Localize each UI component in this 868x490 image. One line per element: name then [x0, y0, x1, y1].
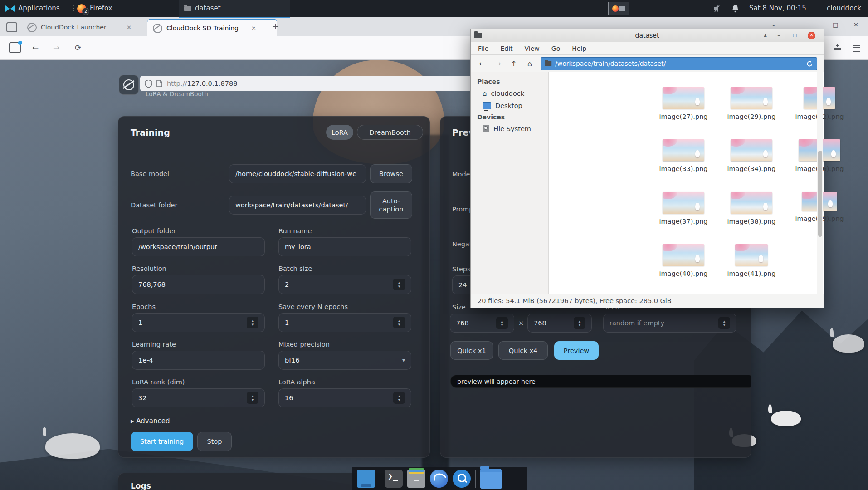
run-name-input[interactable]: my_lora [278, 237, 411, 256]
menu-edit[interactable]: Edit [500, 45, 512, 52]
file-manager-titlebar[interactable]: dataset ▲ – ▢ ✕ [471, 29, 824, 42]
mixed-precision-select[interactable]: bf16 ▾ [278, 351, 411, 370]
lora-alpha-stepper[interactable]: 16 ▴▾ [278, 388, 411, 407]
menu-help[interactable]: Help [572, 45, 586, 52]
terminal-icon[interactable] [385, 470, 403, 488]
minimize-button[interactable]: – [775, 32, 783, 39]
stepper-arrows[interactable]: ▴▾ [496, 317, 508, 329]
file-item[interactable]: image(29).png [717, 87, 785, 120]
reload-icon[interactable] [806, 60, 813, 67]
file-item[interactable]: image(34).png [717, 139, 785, 172]
size-width-stepper[interactable]: 768 ▴▾ [450, 314, 514, 333]
advanced-disclosure[interactable]: ▸ Advanced [131, 417, 170, 425]
file-item[interactable]: image(38).png [717, 192, 785, 225]
file-item[interactable]: image(27).png [649, 87, 717, 120]
dataset-folder-input[interactable]: workspace/train/datasets/dataset/ [229, 196, 366, 215]
size-times-glyph: × [518, 319, 524, 327]
base-model-input[interactable]: /home/clouddock/stable-diffusion-we [229, 164, 366, 183]
resolution-input[interactable]: 768,768 [132, 275, 265, 294]
dock [352, 467, 527, 490]
window-close-button[interactable]: ✕ [853, 21, 858, 28]
app-finder-icon[interactable] [453, 470, 471, 488]
size-height-stepper[interactable]: 768 ▴▾ [527, 314, 592, 333]
scrollbar[interactable] [817, 72, 823, 294]
learning-rate-label: Learning rate [132, 341, 176, 348]
firefox-view-icon[interactable] [9, 42, 21, 53]
stepper-arrows[interactable]: ▴▾ [393, 317, 405, 328]
start-training-button[interactable]: Start training [131, 432, 193, 451]
back-button[interactable]: ← [477, 59, 487, 68]
mode-dreambooth-button[interactable]: DreamBooth [357, 125, 423, 140]
stop-button[interactable]: Stop [197, 432, 232, 451]
forward-button[interactable]: → [493, 59, 503, 68]
up-button[interactable]: ↑ [509, 59, 519, 68]
tab-clouddock-launcher[interactable]: CloudDock Launcher ✕ [22, 19, 152, 36]
path-entry[interactable]: /workspace/train/datasets/dataset/ [541, 57, 817, 70]
sidebar-item-home[interactable]: ⌂ clouddock [471, 87, 548, 100]
mode-lora-button[interactable]: LoRA [326, 125, 353, 140]
seed-input[interactable]: random if empty ▴▾ [603, 314, 736, 333]
preview-button[interactable]: Preview [554, 341, 599, 360]
back-button[interactable]: ← [29, 41, 42, 54]
menu-view[interactable]: View [525, 45, 540, 52]
learning-rate-input[interactable]: 1e-4 [132, 351, 265, 370]
file-cabinet-icon[interactable] [407, 470, 425, 488]
window-maximize-button[interactable]: □ [833, 21, 838, 28]
extensions-icon[interactable] [834, 43, 842, 51]
close-button[interactable]: ✕ [808, 32, 815, 39]
file-item[interactable]: image(37).png [649, 192, 717, 225]
dock-separator [380, 470, 380, 488]
sidebar-item-filesystem[interactable]: File System [471, 122, 548, 135]
taskbar-window-dataset[interactable]: dataset [179, 0, 290, 18]
panel-separator: ⋮ [70, 0, 77, 17]
file-item[interactable]: image(40).png [649, 244, 717, 277]
workspace-pager[interactable] [608, 0, 629, 17]
browse-button[interactable]: Browse [370, 164, 412, 183]
lora-rank-stepper[interactable]: 32 ▴▾ [132, 388, 265, 407]
clock[interactable]: Sat 8 Nov, 00:15 [749, 0, 806, 17]
tab-clouddock-sd-training[interactable]: CloudDock SD Training ✕ [147, 19, 277, 37]
firefox-launcher[interactable]: 2 Firefox [77, 0, 112, 17]
show-desktop-icon[interactable] [357, 470, 375, 488]
tab-close-icon[interactable]: ✕ [250, 25, 257, 32]
menu-go[interactable]: Go [551, 45, 560, 52]
page-info-icon[interactable] [156, 80, 162, 87]
file-item[interactable]: image(41).png [717, 244, 785, 277]
notifications-bell-icon[interactable] [731, 0, 739, 17]
menu-file[interactable]: File [478, 45, 488, 52]
user-menu[interactable]: clouddock [827, 0, 861, 17]
new-tab-button[interactable]: + [272, 21, 279, 31]
scrollbar-thumb[interactable] [818, 151, 822, 237]
stepper-arrows[interactable]: ▴▾ [574, 317, 585, 329]
shield-icon[interactable] [145, 80, 152, 88]
file-item[interactable]: image(33).png [649, 139, 717, 172]
quick-x1-button[interactable]: Quick x1 [450, 341, 493, 360]
forward-button[interactable]: → [50, 41, 63, 54]
web-browser-icon[interactable] [430, 470, 448, 488]
auto-caption-button[interactable]: Auto-caption [370, 191, 412, 219]
output-folder-input[interactable]: /workspace/train/output [132, 237, 265, 256]
stepper-arrows[interactable]: ▴▾ [247, 392, 258, 404]
batch-size-stepper[interactable]: 2 ▴▾ [278, 275, 411, 294]
save-every-stepper[interactable]: 1 ▴▾ [278, 313, 411, 332]
maximize-button[interactable]: ▢ [791, 32, 799, 39]
volume-muted-icon[interactable] [713, 0, 722, 17]
stepper-arrows[interactable]: ▴▾ [718, 317, 730, 329]
batch-size-label: Batch size [278, 265, 312, 272]
reload-button[interactable]: ⟳ [72, 41, 84, 54]
tab-overview-icon[interactable] [6, 22, 17, 32]
sidebar-item-desktop[interactable]: Desktop [471, 100, 548, 112]
stepper-arrows[interactable]: ▴▾ [247, 317, 258, 328]
tab-close-icon[interactable]: ✕ [126, 24, 132, 31]
file-manager-icon[interactable] [480, 469, 502, 489]
applications-menu[interactable]: Applications [5, 0, 60, 17]
menu-hamburger-icon[interactable] [853, 45, 860, 52]
shade-button[interactable]: ▲ [761, 32, 769, 39]
url-bar[interactable]: http://127.0.0.1:8788 ☆ [140, 76, 482, 91]
quick-x4-button[interactable]: Quick x4 [498, 341, 548, 360]
epochs-stepper[interactable]: 1 ▴▾ [132, 313, 265, 332]
home-button[interactable]: ⌂ [525, 59, 535, 68]
stepper-arrows[interactable]: ▴▾ [393, 279, 405, 290]
list-all-tabs-icon[interactable]: ⌄ [771, 20, 776, 28]
stepper-arrows[interactable]: ▴▾ [393, 392, 405, 404]
